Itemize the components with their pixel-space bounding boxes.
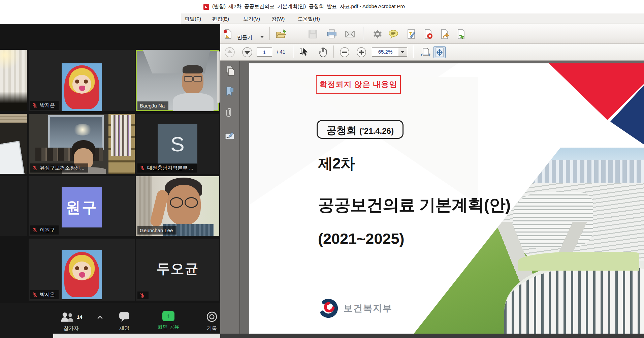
zoom-in-icon[interactable] [356, 47, 367, 58]
participant-name: Geunchan Lee [140, 227, 173, 233]
menu-file[interactable]: 파일(F) [183, 15, 203, 23]
hearing-date: ('21.4.26) [359, 126, 394, 136]
video-tile-parkjieun-2[interactable]: 박지은 [29, 239, 135, 301]
participant-name: BaegJu Na [140, 103, 165, 109]
zoom-window: 박지은 BaegJu Na [0, 24, 220, 338]
gallery-scrollbar[interactable] [217, 51, 220, 103]
name-chip [137, 291, 149, 299]
video-tile-duogyun[interactable]: 두오균 [136, 239, 219, 301]
page-number-input[interactable] [257, 47, 272, 57]
video-tile-partial-curtain[interactable] [0, 50, 27, 111]
muted-mic-icon [32, 103, 37, 108]
participant-name: 대전충남지역본부 ... [147, 165, 193, 171]
menu-view[interactable]: 보기(V) [241, 15, 262, 23]
video-tile-daejeon-branch[interactable]: S 대전충남지역본부 ... [136, 114, 219, 174]
slide-title-line3: (2021~2025) [318, 230, 404, 248]
name-chip: 유성구보건소장신... [30, 163, 88, 173]
document-pane[interactable]: 확정되지 않은 내용임 공청회 ('21.4.26) 제2차 공공보건의료 기본… [240, 61, 644, 334]
signatures-icon[interactable] [224, 130, 236, 142]
video-tile-partial-whiteboard[interactable] [0, 114, 27, 174]
record-button[interactable]: 기록 [206, 311, 218, 332]
ministry-name: 보건복지부 [344, 302, 392, 314]
hearing-label: 공청회 [326, 124, 357, 137]
save-icon[interactable] [308, 29, 318, 39]
name-chip: 이원구 [30, 225, 59, 235]
avatar: S [158, 124, 197, 164]
video-tile-geunchanlee[interactable]: Geunchan Lee [136, 176, 219, 236]
video-tile-partial-dark[interactable] [0, 176, 27, 236]
avatar: 원구 [62, 187, 102, 227]
page-thumbnails-icon[interactable] [224, 65, 236, 77]
pdf-file-icon [203, 4, 210, 10]
record-icon [206, 311, 218, 322]
avatar [62, 63, 102, 111]
page-total-label: / 41 [277, 49, 285, 55]
hand [149, 189, 169, 228]
participant-name: 박지은 [40, 291, 55, 298]
name-chip: 박지은 [30, 290, 59, 299]
notice-text: 확정되지 않은 내용임 [320, 79, 397, 90]
avatar-text: 원구 [66, 197, 98, 217]
video-tile-baegjuna-active[interactable]: BaegJu Na [136, 50, 219, 111]
muted-mic-icon [140, 165, 145, 171]
fit-page-icon[interactable] [434, 47, 445, 58]
bookmarks-icon[interactable] [224, 86, 236, 98]
create-pdf-icon [222, 29, 233, 39]
acrobat-title-bar: (별첨)_제2차_공공보건의료_기본계획(안)_공청회_발표_자료.pdf - … [0, 0, 644, 13]
pdf-page: 확정되지 않은 내용임 공청회 ('21.4.26) 제2차 공공보건의료 기본… [249, 63, 644, 334]
zoom-dropdown-button[interactable] [398, 47, 407, 57]
name-chip: Geunchan Lee [137, 226, 176, 235]
participant-name: 유성구보건소장신... [40, 165, 85, 171]
zoom-toolbar: 14 참가자 채팅 ↑ 화면 공유 기록 [0, 303, 220, 338]
participants-count: 14 [77, 314, 83, 320]
menu-edit[interactable]: 편집(E) [210, 15, 231, 23]
glasses [184, 76, 193, 82]
video-tile-parkjieun-1[interactable]: 박지은 [29, 50, 135, 111]
previous-page-icon[interactable] [224, 47, 235, 58]
acrobat-toolbar-nav: / 41 65.2% [220, 44, 644, 61]
glasses [170, 197, 183, 208]
shoulders [173, 93, 214, 111]
acrobat-toolbar-main: 만들기 [220, 24, 644, 44]
menu-help[interactable]: 도움말(H) [296, 15, 322, 23]
participants-icon [60, 311, 75, 322]
select-tool-icon[interactable] [299, 47, 310, 58]
bookshelf [108, 114, 135, 174]
chat-label: 채팅 [119, 325, 129, 331]
create-pdf-button[interactable]: 만들기 [222, 28, 266, 40]
photo-layer [518, 252, 639, 271]
zoom-out-icon[interactable] [339, 47, 350, 58]
muted-mic-icon [140, 293, 145, 298]
create-dropdown-caret-icon [260, 36, 264, 38]
next-page-icon[interactable] [242, 47, 253, 58]
notice-box: 확정되지 않은 내용임 [316, 75, 401, 94]
video-tile-leewongu[interactable]: 원구 이원구 [29, 176, 135, 236]
print-icon[interactable] [326, 29, 337, 39]
delete-pages-icon[interactable] [423, 29, 433, 39]
scrolling-mode-icon[interactable] [420, 47, 431, 58]
participant-big-name: 두오균 [136, 259, 219, 278]
video-tile-health-center-director[interactable]: 유성구보건소장신... [29, 114, 135, 174]
participants-button[interactable]: 14 참가자 [60, 311, 83, 332]
hand-tool-icon[interactable] [318, 47, 329, 58]
slide-title-line1: 제2차 [318, 154, 355, 174]
attachments-icon[interactable] [224, 107, 236, 119]
comment-icon[interactable] [388, 29, 399, 39]
acrobat-nav-sidebar [220, 61, 240, 334]
export-pages-icon[interactable] [456, 29, 466, 39]
chat-button[interactable]: 채팅 [119, 311, 130, 331]
background-window-edge [53, 334, 220, 338]
extract-pages-icon[interactable] [439, 29, 450, 39]
settings-gear-icon[interactable] [372, 29, 383, 39]
name-chip: 대전충남지역본부 ... [137, 163, 197, 173]
name-chip: BaegJu Na [137, 101, 168, 110]
menu-window[interactable]: 창(W) [269, 15, 287, 23]
ministry-logo: 보건복지부 [319, 299, 392, 318]
edit-text-icon[interactable] [406, 29, 417, 39]
participants-caret-icon[interactable] [97, 315, 103, 319]
name-chip: 박지은 [30, 101, 59, 110]
zoom-level-input[interactable]: 65.2% [372, 47, 399, 57]
email-icon[interactable] [345, 29, 355, 39]
share-screen-button[interactable]: ↑ 화면 공유 [158, 311, 179, 330]
open-file-icon[interactable] [276, 29, 286, 39]
